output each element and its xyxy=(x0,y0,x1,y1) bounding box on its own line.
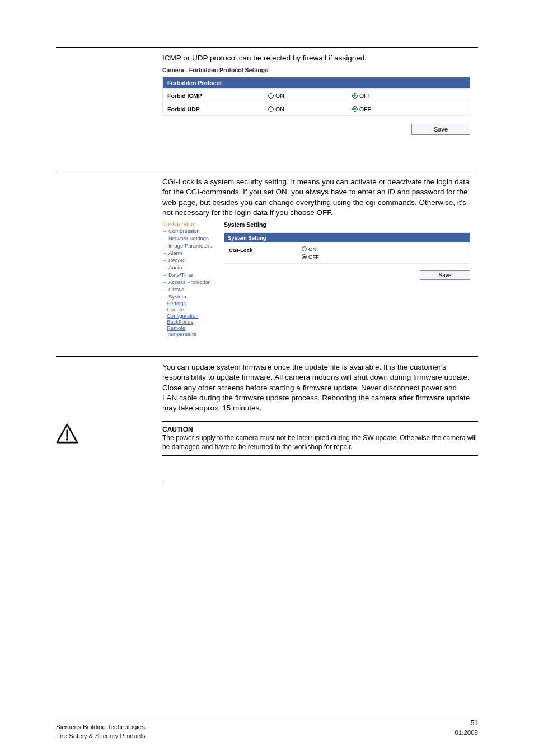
footer: Siemens Building Technologies Fire Safet… xyxy=(56,720,478,740)
subnav-temperature[interactable]: Temperature xyxy=(162,331,218,337)
nav-date-time[interactable]: Date/Time xyxy=(162,271,218,278)
nav-image-parameters[interactable]: Image Parameters xyxy=(162,242,218,249)
nav-firewall[interactable]: Firewall xyxy=(162,286,218,293)
nav-compression[interactable]: Compression xyxy=(162,227,218,235)
main-pane-title: System Setting xyxy=(224,221,470,228)
nav-alarm[interactable]: Alarm xyxy=(162,249,218,256)
footer-date: 01.2009 xyxy=(455,729,478,736)
radio-cgilock-off[interactable] xyxy=(302,254,307,259)
nav-network-settings[interactable]: Network Settings xyxy=(162,235,218,242)
body-text-2: CGI-Lock is a system security setting. I… xyxy=(162,177,470,218)
nav-system[interactable]: System xyxy=(162,293,218,300)
section-rule-1 xyxy=(56,47,478,48)
system-setting-screenshot: Configuration Compression Network Settin… xyxy=(162,221,470,337)
radio-label-on: ON xyxy=(308,246,316,252)
radio-label-off: OFF xyxy=(308,254,319,260)
body-text-3: You can update system firmware once the … xyxy=(162,362,470,413)
caution-body: The power supply to the camera must not … xyxy=(162,434,478,451)
row-label-cgilock: CGI-Lock xyxy=(229,246,302,253)
section-rule-3 xyxy=(56,356,478,357)
nav-access-protection[interactable]: Access Protection xyxy=(162,278,218,286)
panel-caption-1: Camera - Forbidden Protocol Settings xyxy=(162,67,470,73)
subnav-configuration[interactable]: Configuration xyxy=(162,312,218,319)
row-forbid-icmp: Forbid ICMP ON OFF xyxy=(163,88,470,102)
subnav-backfocus[interactable]: BackFocus xyxy=(162,319,218,325)
caution-title: CAUTION xyxy=(162,426,478,433)
save-button-2[interactable]: Save xyxy=(420,270,470,280)
warning-icon xyxy=(56,423,78,444)
main-pane: System Setting System Setting CGI-Lock O… xyxy=(224,221,470,337)
radio-icmp-off[interactable] xyxy=(352,93,358,99)
side-nav-title: Configuration xyxy=(162,221,218,227)
intro-text-1: ICMP or UDP protocol can be rejected by … xyxy=(162,53,470,63)
row-label: Forbid UDP xyxy=(167,106,268,113)
save-button-1[interactable]: Save xyxy=(411,124,470,135)
subnav-settings[interactable]: Settings xyxy=(162,300,218,306)
radio-udp-on[interactable] xyxy=(268,106,274,112)
row-cgilock: CGI-Lock ON OFF xyxy=(224,242,470,263)
stray-dot: . xyxy=(162,478,470,486)
section-rule-2 xyxy=(56,171,478,171)
forbidden-protocol-panel: Forbidden Protocol Forbid ICMP ON OFF Fo… xyxy=(162,77,470,116)
nav-audio[interactable]: Audio xyxy=(162,264,218,271)
panel-header-2: System Setting xyxy=(224,233,470,242)
svg-point-2 xyxy=(66,438,68,441)
caution-block: CAUTION The power supply to the camera m… xyxy=(56,421,478,456)
nav-record[interactable]: Record xyxy=(162,256,218,264)
radio-icmp-on[interactable] xyxy=(268,93,274,99)
footer-line1: Siemens Building Technologies xyxy=(56,722,146,731)
row-forbid-udp: Forbid UDP ON OFF xyxy=(163,102,470,115)
radio-label-on: ON xyxy=(275,106,284,113)
radio-label-off: OFF xyxy=(359,106,371,113)
footer-line2: Fire Safety & Security Products xyxy=(56,731,146,740)
side-nav: Configuration Compression Network Settin… xyxy=(162,221,218,337)
system-setting-panel: System Setting CGI-Lock ON OFF xyxy=(224,232,470,264)
radio-label-off: OFF xyxy=(359,92,371,99)
radio-cgilock-on[interactable] xyxy=(302,246,307,251)
radio-label-on: ON xyxy=(275,92,284,99)
row-label: Forbid ICMP xyxy=(167,92,268,99)
subnav-update[interactable]: Update xyxy=(162,306,218,312)
subnav-remote[interactable]: Remote xyxy=(162,325,218,331)
panel-header: Forbidden Protocol xyxy=(163,77,470,88)
radio-udp-off[interactable] xyxy=(352,106,358,112)
